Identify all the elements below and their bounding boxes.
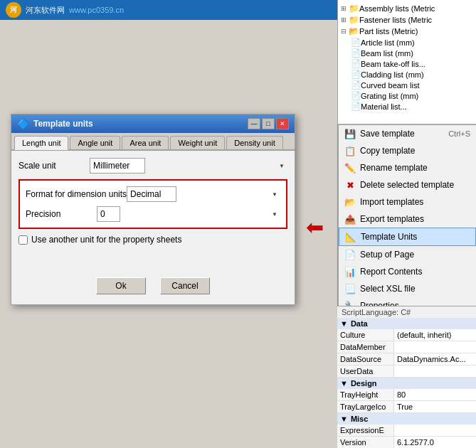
delete-icon: ✖ [344,179,356,191]
menu-item-template-units[interactable]: 📐 Template Units [339,228,476,246]
menu-item-select-xsl[interactable]: 📃 Select XSL file [339,280,476,297]
format-group: Format for dimension units Decimal Preci… [18,179,287,229]
tree-item[interactable]: ⊞ 📁 Fastener lists (Metric [339,14,475,26]
rename-icon: ✏️ [344,162,356,174]
context-menu: 💾 Save template Ctrl+S 📋 Copy template ✏… [338,124,476,315]
precision-select[interactable]: 0 [97,206,120,222]
tree-item[interactable]: 📄 Curved beam list [339,80,475,90]
menu-item-label: Rename template [360,163,428,173]
folder-icon: 📁 [349,4,359,14]
tree-item-label: Fastener lists (Metric [359,16,432,24]
minimize-button[interactable]: — [248,118,260,129]
menu-item-export-templates[interactable]: 📤 Export templates [339,210,476,228]
menu-item-label: Setup of Page [360,250,414,260]
doc-icon: 📄 [351,80,361,90]
tab-area-unit[interactable]: Area unit [122,136,169,149]
report-icon: 📊 [344,266,356,277]
tab-weight-unit[interactable]: Weight unit [170,136,225,149]
tab-angle-unit[interactable]: Angle unit [70,136,120,149]
prop-key: Version [337,437,394,448]
restore-button[interactable]: □ [262,118,275,129]
section-expand-icon: ▼ [340,415,348,423]
import-icon: 📂 [344,196,356,208]
dialog-title-icon: 🔷 [17,118,29,129]
menu-item-label: Export templates [360,214,424,224]
tab-density-unit[interactable]: Density unit [226,136,282,149]
prop-val: DataDynamics.Ac... [394,353,476,365]
cancel-button[interactable]: Cancel [160,277,210,294]
tree-item[interactable]: ⊞ 📁 Assembly lists (Metric [339,3,475,14]
menu-item-delete-template[interactable]: ✖ Delete selected template [339,176,476,193]
checkbox-row: Use another unit for the property sheets [18,235,287,245]
section-expand-icon: ▼ [340,319,348,328]
precision-row: Precision 0 [26,206,280,222]
ok-button[interactable]: Ok [96,277,146,294]
prop-section-misc: ▼ Misc [337,413,476,425]
tree-item[interactable]: 📄 Grating list (mm) [339,90,475,101]
template-units-dialog: 🔷 Template units — □ ✕ Length unit Angle… [11,114,295,305]
menu-item-setup-page[interactable]: 📄 Setup of Page [339,246,476,263]
tab-length-unit[interactable]: Length unit [14,136,68,150]
prop-val [394,366,476,377]
prop-section-data: ▼ Data [337,318,476,329]
tree-item[interactable]: 📄 Material list... [339,101,475,112]
watermark-site-name: 河东软件网 [26,5,65,16]
prop-row: TrayHeight 80 [337,389,476,401]
doc-icon: 📄 [351,102,361,111]
menu-item-copy-template[interactable]: 📋 Copy template [339,142,476,159]
tree-item[interactable]: 📄 Cladding list (mm) [339,69,475,80]
red-arrow-icon: ⬅ [306,215,324,240]
watermark-url: www.pc0359.cn [69,6,124,14]
prop-section-design: ▼ Design [337,378,476,389]
dialog-controls: — □ ✕ [248,118,289,129]
prop-key: UserData [337,366,394,377]
tree-item[interactable]: 📄 Beam list (mm) [339,48,475,58]
expand-icon: ⊟ [341,28,348,35]
tree-item-label: Part lists (Metric) [359,27,418,36]
prop-row: Culture (default, inherit) [337,329,476,341]
format-select[interactable]: Decimal [127,186,176,202]
prop-val [394,425,476,436]
dialog-body: Scale unit Millimeter Format for dimensi… [11,151,295,304]
prop-key: DataSource [337,353,394,365]
precision-select-wrapper: 0 [97,206,280,222]
precision-label: Precision [26,209,97,219]
dialog-title-label: Template units [33,119,93,129]
doc-icon: 📄 [351,70,361,79]
save-icon: 💾 [344,128,356,139]
menu-item-import-templates[interactable]: 📂 Import templates [339,193,476,210]
menu-item-label: Report Contents [360,267,422,277]
menu-item-save-template[interactable]: 💾 Save template Ctrl+S [339,125,476,142]
tree-item[interactable]: 📄 Beam take-off lis... [339,58,475,69]
format-select-wrapper: Decimal [127,186,280,202]
doc-icon: 📄 [351,38,361,47]
prop-row: Version 6.1.2577.0 [337,437,476,448]
expand-icon: ⊞ [341,16,348,23]
dialog-btn-row: Ok Cancel [18,272,287,297]
menu-item-label: Copy template [360,146,415,156]
watermark-bar: 河 河东软件网 www.pc0359.cn [0,0,349,20]
tree-item-label: Material list... [361,102,407,111]
tree-item[interactable]: ⊟ 📂 Part lists (Metric) [339,26,475,37]
tree-item-label: Article list (mm) [361,38,415,47]
doc-icon: 📄 [351,59,361,68]
menu-item-report-contents[interactable]: 📊 Report Contents [339,263,476,280]
properties-panel: ScriptLanguage: C# ▼ Data Culture (defau… [337,306,476,448]
doc-icon: 📄 [351,91,361,100]
close-button[interactable]: ✕ [276,118,289,129]
script-lang-label: ScriptLanguage: C# [337,306,476,318]
menu-item-label: Delete selected template [360,180,454,190]
scale-unit-label: Scale unit [18,161,90,171]
prop-key: Culture [337,329,394,341]
dialog-titlebar: 🔷 Template units — □ ✕ [11,114,295,133]
tree-item[interactable]: 📄 Article list (mm) [339,37,475,48]
tree-item-label: Assembly lists (Metric [359,4,435,13]
format-row: Format for dimension units Decimal [26,186,280,202]
menu-item-rename-template[interactable]: ✏️ Rename template [339,159,476,176]
menu-item-label: Save template [360,129,415,139]
property-sheets-checkbox[interactable] [18,235,28,245]
prop-row: ExpressionE [337,425,476,437]
scale-unit-select[interactable]: Millimeter [90,158,145,174]
menu-item-label: Import templates [360,197,423,207]
scale-unit-select-wrapper: Millimeter [90,158,287,174]
